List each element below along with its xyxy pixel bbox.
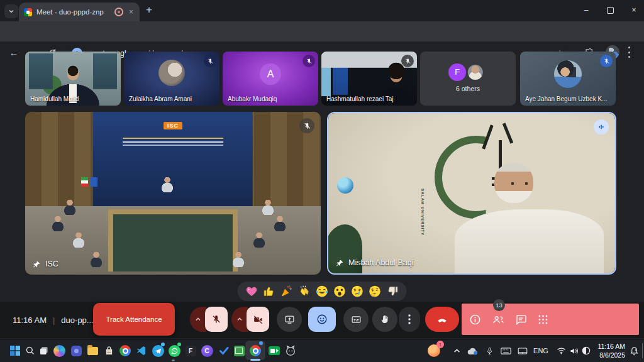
new-tab-button[interactable]: + bbox=[146, 4, 152, 16]
end-call-button[interactable] bbox=[425, 307, 459, 332]
others-letter-avatar: F bbox=[448, 63, 466, 81]
track-attendance-button[interactable]: Track Attendance bbox=[93, 303, 175, 336]
person bbox=[72, 233, 85, 248]
camera-options-chevron[interactable] bbox=[231, 307, 248, 332]
activities-grid-icon[interactable] bbox=[537, 314, 549, 326]
mic-off-icon bbox=[303, 55, 315, 67]
vscode-icon[interactable] bbox=[134, 343, 149, 358]
checkmark-icon bbox=[219, 346, 229, 356]
misbah-face bbox=[509, 182, 531, 185]
mic-control-group bbox=[190, 307, 228, 332]
isc-banner-text bbox=[123, 138, 223, 147]
participant-name: Hashmatullah rezaei Taj bbox=[326, 96, 394, 102]
store-icon[interactable] bbox=[101, 343, 116, 358]
onedrive-tray-icon[interactable] bbox=[465, 343, 480, 358]
back-button[interactable]: ← bbox=[6, 45, 21, 60]
browser-menu-button[interactable] bbox=[628, 47, 631, 58]
microphone-icon bbox=[486, 346, 494, 356]
others-background bbox=[420, 52, 516, 106]
meet-favicon-icon bbox=[24, 8, 32, 16]
tile-hashmatullah[interactable]: Hashmatullah rezaei Taj bbox=[321, 52, 417, 106]
party-popper-emoji[interactable] bbox=[280, 285, 294, 298]
sparkling-heart-emoji[interactable] bbox=[245, 285, 258, 298]
chevron-up-icon bbox=[453, 348, 460, 354]
touchpad-tray-icon[interactable] bbox=[515, 343, 530, 358]
taskbar-search-button[interactable] bbox=[23, 343, 38, 358]
meeting-details-icon[interactable] bbox=[469, 314, 481, 326]
tile-others[interactable]: F 6 others bbox=[420, 52, 516, 106]
raise-hand-button[interactable] bbox=[372, 307, 397, 332]
present-button[interactable] bbox=[277, 307, 302, 332]
notification-bell-icon[interactable] bbox=[626, 343, 641, 358]
meeting-info: 11:16 AM | duo-pp... bbox=[13, 302, 94, 338]
task-view-button[interactable] bbox=[36, 343, 52, 358]
classroom-app-icon[interactable] bbox=[231, 343, 247, 358]
people-icon[interactable] bbox=[491, 314, 505, 326]
file-explorer-icon[interactable] bbox=[85, 343, 100, 358]
c-app-icon[interactable]: C bbox=[199, 343, 214, 358]
participant-name: Zulaikha Abram Amani bbox=[129, 96, 192, 102]
person bbox=[253, 233, 265, 248]
browser-tab-meet[interactable]: Meet - duo-pppd-znp × bbox=[19, 3, 140, 21]
whatsapp-running-indicator bbox=[172, 359, 175, 361]
participant-name: Hamidullah Mofid bbox=[30, 96, 79, 102]
thinking-face-emoji[interactable] bbox=[369, 285, 382, 298]
thumbs-down-emoji[interactable] bbox=[386, 285, 399, 298]
pin-icon bbox=[336, 259, 344, 267]
window-maximize-button[interactable] bbox=[597, 0, 623, 20]
tears-of-joy-emoji[interactable] bbox=[316, 285, 329, 298]
f-app-icon[interactable]: F bbox=[183, 343, 198, 358]
thumbs-up-emoji[interactable] bbox=[263, 285, 276, 298]
reactions-button[interactable] bbox=[308, 307, 336, 332]
tile-abubakr[interactable]: A Abubakr Mudaqiq bbox=[223, 52, 318, 106]
tray-expand-button[interactable] bbox=[449, 343, 464, 358]
camera-control-group bbox=[231, 307, 269, 332]
crying-face-emoji[interactable] bbox=[351, 285, 364, 298]
tile-name-label: Misbah Abdul Baqi bbox=[348, 258, 414, 267]
maximize-icon bbox=[607, 7, 614, 14]
speaker-icon bbox=[570, 347, 579, 355]
meeting-code: duo-pp... bbox=[61, 315, 93, 325]
cat-app-icon[interactable] bbox=[283, 343, 298, 358]
touch-keyboard-icon[interactable] bbox=[498, 343, 513, 358]
teams-icon[interactable] bbox=[69, 343, 84, 358]
copilot-icon[interactable] bbox=[52, 343, 67, 358]
more-options-button[interactable] bbox=[399, 307, 420, 332]
reactions-bar bbox=[238, 282, 407, 301]
astonished-face-emoji[interactable] bbox=[333, 285, 347, 298]
taskbar-clock[interactable]: 11:16 AM 8/6/2025 bbox=[587, 342, 625, 359]
mic-options-chevron[interactable] bbox=[190, 307, 206, 332]
chrome-active-icon[interactable] bbox=[248, 343, 263, 358]
show-desktop-button[interactable] bbox=[642, 343, 643, 358]
mic-off-icon bbox=[204, 55, 216, 67]
chevron-down-icon bbox=[8, 8, 14, 14]
window-minimize-button[interactable]: – bbox=[574, 0, 599, 20]
smiley-icon bbox=[316, 314, 328, 325]
captions-button[interactable] bbox=[343, 307, 369, 332]
conference-table bbox=[108, 209, 238, 271]
tab-search-button[interactable] bbox=[4, 4, 18, 18]
tile-aye-jahan[interactable]: Aye Jahan Begum Uzbek K... bbox=[520, 52, 616, 106]
start-button[interactable] bbox=[8, 343, 23, 358]
tile-misbah[interactable]: SALAM UNIVERSITY Misbah Abdul Baqi bbox=[327, 112, 616, 275]
meet-app-icon[interactable] bbox=[267, 343, 282, 358]
whatsapp-notification-dot bbox=[177, 343, 181, 346]
tab-close-button[interactable]: × bbox=[128, 8, 135, 16]
person bbox=[274, 216, 286, 231]
language-indicator[interactable]: ENG bbox=[532, 343, 550, 358]
camera-toggle-button[interactable] bbox=[247, 307, 269, 332]
chat-icon[interactable] bbox=[515, 314, 527, 326]
vscode-logo-icon bbox=[136, 346, 147, 356]
clapping-hands-emoji[interactable] bbox=[298, 285, 311, 298]
chrome-taskbar-icon[interactable] bbox=[118, 343, 133, 358]
tile-isc-room[interactable]: ISC ISC bbox=[25, 112, 321, 275]
tile-hamidullah[interactable]: Hamidullah Mofid bbox=[25, 52, 121, 106]
check-app-icon[interactable] bbox=[216, 343, 231, 358]
person bbox=[262, 200, 274, 215]
cloud-icon bbox=[467, 347, 479, 355]
chevron-up-icon bbox=[236, 316, 243, 322]
mic-toggle-button[interactable] bbox=[205, 307, 228, 332]
window-close-button[interactable]: × bbox=[621, 0, 644, 20]
mic-tray-icon[interactable] bbox=[482, 343, 497, 358]
tile-zulaikha[interactable]: Zulaikha Abram Amani bbox=[124, 52, 219, 106]
